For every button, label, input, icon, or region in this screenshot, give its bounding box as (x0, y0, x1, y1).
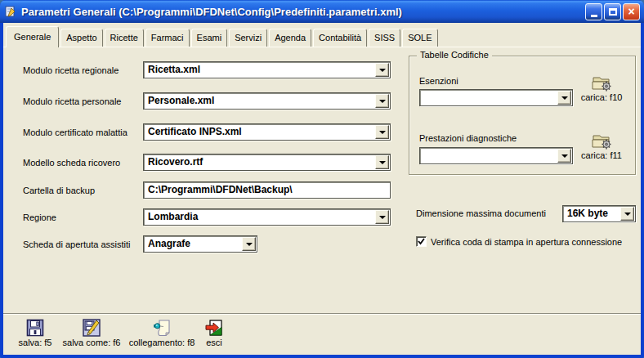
field-label: Scheda di apertuta assistiti (23, 239, 143, 249)
field-label: Modulo ricetta personale (23, 96, 143, 106)
tab-contabilita[interactable]: Contabilità (313, 29, 367, 47)
input-value: C:\Programmi\DFDNet\Backup\ (148, 184, 293, 195)
checkmark-icon (418, 238, 425, 245)
field-row: Modulo certificato malattia Certificato … (23, 123, 391, 141)
dropdown-arrow-button[interactable] (557, 91, 571, 105)
esenzioni-combo[interactable] (419, 89, 573, 106)
modulo-ricetta-regionale-combo[interactable]: Ricetta.xml (143, 61, 391, 78)
field-row: Scheda di apertuta assistiti Anagrafe (23, 235, 257, 253)
verifica-coda-checkbox[interactable] (416, 236, 427, 247)
maximize-icon (609, 8, 617, 16)
tab-agenda[interactable]: Agenda (269, 29, 311, 47)
dropdown-arrow-button[interactable] (375, 210, 389, 224)
collegamento-button[interactable]: collegamento: f8 (124, 319, 199, 347)
combo-value: Ricovero.rtf (148, 156, 203, 168)
dimensione-label: Dimensione massima documenti (416, 208, 546, 218)
dropdown-arrow-button[interactable] (375, 125, 389, 139)
close-icon: × (628, 6, 634, 17)
toolbar-divider (3, 313, 641, 315)
app-icon[interactable] (4, 5, 17, 18)
field-label: Cartella di backup (23, 186, 143, 195)
esci-button[interactable]: esci (198, 319, 230, 347)
verifica-coda-label: Verifica coda di stampa in apertura conn… (431, 237, 622, 247)
esenzioni-label: Esenzioni (419, 76, 458, 86)
carica-f10-label: carica: f10 (575, 92, 628, 102)
carica-esenzioni-button[interactable]: carica: f10 (575, 74, 628, 102)
tabelle-codifiche-groupbox: Tabelle Codifiche Esenzioni carica: f10 (409, 56, 636, 175)
combo-value: Certificato INPS.xml (148, 126, 242, 137)
toolbar-item-label: salva: f5 (10, 338, 60, 347)
combo-value: Personale.xml (148, 95, 214, 106)
toolbar-item-label: salva come: f6 (60, 338, 123, 347)
groupbox-title: Tabelle Codifiche (417, 50, 492, 60)
dimensione-combo[interactable]: 16K byte (562, 205, 636, 222)
chevron-down-icon (379, 131, 386, 137)
exit-icon (205, 319, 223, 337)
prestazioni-label: Prestazioni diagnostiche (419, 133, 517, 143)
chevron-down-icon (379, 69, 386, 75)
combo-value: 16K byte (567, 208, 608, 219)
dropdown-arrow-button[interactable] (375, 155, 389, 169)
cartella-backup-input[interactable]: C:\Programmi\DFDNet\Backup\ (143, 181, 391, 199)
close-button[interactable]: × (623, 3, 640, 20)
field-label: Regione (23, 213, 143, 222)
regione-combo[interactable]: Lombardia (143, 208, 391, 226)
salva-button[interactable]: salva: f5 (10, 319, 60, 347)
field-label: Modulo ricetta regionale (23, 65, 143, 75)
dropdown-arrow-button[interactable] (242, 237, 256, 251)
field-label: Modello scheda ricovero (23, 158, 143, 168)
modello-scheda-ricovero-combo[interactable]: Ricovero.rtf (143, 154, 391, 171)
chevron-down-icon (379, 100, 386, 106)
toolbar-item-label: collegamento: f8 (124, 338, 199, 347)
tab-generale[interactable]: Generale (6, 26, 59, 47)
minimize-icon (591, 15, 597, 17)
floppy-icon (26, 319, 44, 337)
chevron-down-icon (246, 243, 253, 249)
tab-servizi[interactable]: Servizi (229, 29, 267, 47)
floppy-pencil-icon (83, 319, 101, 337)
scheda-apertura-combo[interactable]: Anagrafe (143, 235, 257, 253)
modulo-certificato-malattia-combo[interactable]: Certificato INPS.xml (143, 123, 391, 141)
combo-value: Ricetta.xml (148, 64, 200, 75)
chevron-down-icon (561, 154, 568, 161)
modulo-ricetta-personale-combo[interactable]: Personale.xml (143, 92, 391, 110)
dropdown-arrow-button[interactable] (375, 63, 389, 77)
combo-value: Anagrafe (148, 238, 190, 249)
chevron-down-icon (624, 213, 631, 219)
carica-f11-label: carica: f11 (575, 150, 628, 160)
dropdown-arrow-button[interactable] (557, 149, 571, 163)
note-pin-icon (153, 319, 171, 337)
tab-aspetto[interactable]: Aspetto (60, 29, 102, 47)
chevron-down-icon (379, 216, 386, 222)
chevron-down-icon (561, 96, 568, 103)
combo-value: Lombardia (148, 211, 198, 222)
titlebar: Parametri Generali (C:\Programmi\DFDNet\… (0, 0, 644, 23)
tab-sole[interactable]: SOLE (402, 29, 437, 47)
minimize-button[interactable] (585, 3, 602, 20)
field-row: Regione Lombardia (23, 208, 391, 226)
prestazioni-combo[interactable] (419, 147, 573, 164)
tab-farmaci[interactable]: Farmaci (145, 29, 190, 47)
toolbar-item-label: esci (198, 338, 230, 347)
maximize-button[interactable] (604, 3, 621, 20)
field-row: Modulo ricetta personale Personale.xml (23, 92, 391, 110)
window-title: Parametri Generali (C:\Programmi\DFDNet\… (21, 6, 584, 18)
app-window: Parametri Generali (C:\Programmi\DFDNet\… (0, 0, 644, 358)
tab-esami[interactable]: Esami (191, 29, 228, 47)
field-label: Modulo certificato malattia (23, 128, 143, 137)
tab-ricette[interactable]: Ricette (105, 29, 144, 47)
client-area: Generale Aspetto Ricette Farmaci Esami S… (3, 23, 641, 355)
folder-gear-icon (591, 74, 612, 92)
tab-page-border (3, 47, 641, 47)
tab-strip: Generale Aspetto Ricette Farmaci Esami S… (6, 26, 440, 47)
salva-come-button[interactable]: salva come: f6 (60, 319, 123, 347)
carica-prestazioni-button[interactable]: carica: f11 (575, 132, 628, 160)
field-row: Modulo ricetta regionale Ricetta.xml (23, 61, 391, 78)
tab-siss[interactable]: SISS (369, 29, 400, 47)
dropdown-arrow-button[interactable] (375, 94, 389, 108)
field-row: Cartella di backup C:\Programmi\DFDNet\B… (23, 181, 391, 199)
dropdown-arrow-button[interactable] (620, 207, 634, 221)
chevron-down-icon (379, 161, 386, 168)
folder-gear-icon (591, 132, 612, 150)
field-row: Modello scheda ricovero Ricovero.rtf (23, 154, 391, 171)
